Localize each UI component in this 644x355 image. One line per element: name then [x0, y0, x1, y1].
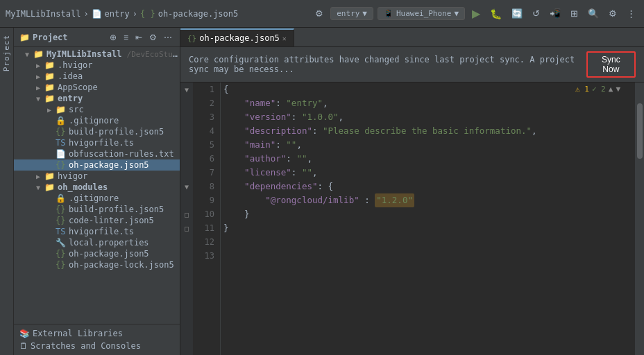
tab-close-btn[interactable]: ✕ [282, 35, 287, 42]
sidebar-settings-btn[interactable]: ⚙ [147, 32, 159, 43]
tree-item-hvigor2[interactable]: ▶ 📁 hvigor [14, 171, 180, 182]
tree-item-code-linter[interactable]: {} code-linter.json5 [14, 215, 180, 226]
tree-item-build-profile2[interactable]: {} build-profile.json5 [14, 204, 180, 215]
tree-item-gitignore1[interactable]: 🔒 .gitignore [14, 115, 180, 126]
tree-item-gitignore2[interactable]: 🔒 .gitignore [14, 193, 180, 204]
gutter-icons: ▼ ▼ □ □ [180, 83, 193, 355]
warning-indicator: ⚠ 1 [575, 83, 589, 96]
gutter-line7 [180, 166, 193, 180]
gear-button[interactable]: ⚙ [606, 7, 620, 20]
tree-item-entry[interactable]: ▼ 📁 entry [14, 93, 180, 104]
external-libs-item[interactable]: 📚 External Libraries [19, 327, 174, 340]
code-line-7: "license": "", [223, 166, 634, 180]
code-line-12 [223, 235, 634, 249]
code-line-5: "main": "", [223, 138, 634, 152]
line-num-4: 4 [193, 124, 220, 138]
run-button[interactable]: ▶ [469, 6, 483, 21]
tree-item-obfuscation[interactable]: 📄 obfuscation-rules.txt [14, 148, 180, 159]
code-line-2: "name": "entry", [223, 96, 634, 110]
search-button[interactable]: 🔍 [585, 7, 602, 20]
line-num-1: 1 [193, 83, 220, 96]
breadcrumb-sep1: › [83, 9, 88, 19]
breadcrumb-file-icon: 📄 [92, 9, 102, 19]
tree-item-oh-package-lock[interactable]: {} oh-package-lock.json5 [14, 259, 180, 270]
expand-btn[interactable]: ▼ [616, 83, 620, 96]
top-bar: MyIMLLibInstall › 📄 entry › { } oh-packa… [0, 0, 644, 28]
line-num-13: 13 [193, 249, 220, 263]
tree-item-root[interactable]: ▼ 📁 MyIMLLibInstall /DevEcoStu... [14, 49, 180, 60]
code-line-10: } [223, 207, 634, 221]
tree-item-src[interactable]: ▶ 📁 src [14, 104, 180, 115]
more-button[interactable]: ⋮ [624, 7, 638, 20]
external-libs-label: External Libraries [33, 329, 123, 338]
breadcrumb-file[interactable]: oh-package.json5 [158, 9, 239, 19]
debug-button[interactable]: 🐛 [487, 7, 505, 21]
check-indicator: ✓ 2 [592, 83, 606, 96]
line-num-12: 12 [193, 235, 220, 249]
project-tab-label[interactable]: Project [2, 35, 11, 71]
tree-item-hvigorfile2[interactable]: TS hvigorfile.ts [14, 226, 180, 237]
phone-icon: 📱 [384, 9, 393, 18]
entry-dropdown[interactable]: entry ▼ [330, 7, 373, 20]
sidebar: 📁 Project ⊕ ≡ ⇤ ⚙ ⋯ ▼ 📁 MyIMLLibInstall … [14, 28, 180, 355]
breadcrumb-sep2: › [133, 9, 137, 19]
breadcrumb-entry[interactable]: entry [105, 9, 130, 19]
fold-icon-10[interactable]: □ [185, 211, 189, 218]
fold-icon-8[interactable]: ▼ [185, 183, 189, 191]
line-num-5: 5 [193, 138, 220, 152]
sidebar-more-btn[interactable]: ⋯ [162, 32, 174, 43]
phone-dropdown[interactable]: 📱 Huawei_Phone ▼ [378, 7, 465, 20]
tree-item-idea[interactable]: ▶ 📁 .idea [14, 71, 180, 82]
code-line-8: "dependencies": { [223, 180, 634, 193]
line-num-2: 2 [193, 96, 220, 110]
gutter-line11: □ [180, 221, 193, 235]
breadcrumb-file-icon2: { } [140, 9, 155, 19]
sidebar-list-btn[interactable]: ≡ [121, 32, 130, 43]
code-line-4: "description": "Please describe the basi… [223, 124, 634, 138]
settings-icon-btn[interactable]: ⚙ [312, 7, 326, 20]
breadcrumb: MyIMLLibInstall › 📄 entry › { } oh-packa… [6, 9, 308, 19]
scratches-item[interactable]: 🗒 Scratches and Consoles [19, 340, 174, 352]
scrollbar[interactable] [634, 83, 644, 355]
tree-item-oh-package2[interactable]: {} oh-package.json5 [14, 248, 180, 259]
breadcrumb-project[interactable]: MyIMLLibInstall [6, 9, 80, 19]
tree-item-hvigorfile[interactable]: TS hvigorfile.ts [14, 137, 180, 148]
tree-item-build-profile[interactable]: {} build-profile.json5 [14, 126, 180, 137]
entry-label: entry [337, 9, 359, 18]
sync-now-button[interactable]: Sync Now [586, 51, 636, 78]
library-icon: 📚 [19, 329, 30, 338]
scroll-thumb[interactable] [637, 103, 643, 159]
sidebar-collapse-btn[interactable]: ⇤ [133, 32, 144, 43]
gutter-line2 [180, 96, 193, 110]
tree-item-oh-package[interactable]: {} oh-package.json5 [14, 159, 180, 171]
line-num-10: 10 [193, 207, 220, 221]
line-num-11: 11 [193, 221, 220, 235]
tree-item-hvigor[interactable]: ▶ 📁 .hvigor [14, 60, 180, 71]
code-editor: ▼ ▼ □ □ 1 [180, 83, 644, 355]
fold-icon-1[interactable]: ▼ [185, 86, 189, 94]
scratches-icon: 🗒 [19, 341, 28, 351]
file-tree: ▼ 📁 MyIMLLibInstall /DevEcoStu... ▶ 📁 .h… [14, 47, 180, 324]
tree-item-appscope[interactable]: ▶ 📁 AppScope [14, 82, 180, 93]
tree-item-oh-modules[interactable]: ▼ 📁 oh_modules [14, 182, 180, 193]
notification-bar: Core configuration attributes have chang… [180, 47, 644, 83]
tree-item-local-props[interactable]: 🔧 local.properties [14, 237, 180, 248]
code-content[interactable]: { ⚠ 1 ✓ 2 ▲ ▼ "name": "entry", "version"… [221, 83, 634, 355]
sidebar-add-btn[interactable]: ⊕ [108, 32, 119, 43]
gutter-line6 [180, 152, 193, 166]
reload-button[interactable]: 🔄 [509, 7, 525, 20]
fold-icon-11[interactable]: □ [185, 225, 189, 232]
toolbar-right: ⚙ entry ▼ 📱 Huawei_Phone ▼ ▶ 🐛 🔄 ↺ 📲 ⊞ 🔍… [312, 6, 638, 21]
gutter-line9 [180, 193, 193, 207]
sidebar-header: 📁 Project ⊕ ≡ ⇤ ⚙ ⋯ [14, 28, 180, 47]
device-manager-button[interactable]: 📲 [547, 7, 564, 20]
code-line-9: "@rongcloud/imlib" : "1.2.0" [223, 193, 634, 207]
tab-bar: {} oh-package.json5 ✕ [180, 28, 644, 47]
notification-text: Core configuration attributes have chang… [189, 55, 586, 74]
collapse-btn[interactable]: ▲ [609, 83, 613, 96]
refresh-button[interactable]: ↺ [529, 7, 543, 20]
grid-button[interactable]: ⊞ [568, 7, 581, 20]
line-numbers: 1 2 3 4 5 6 7 8 9 10 11 12 13 [193, 83, 221, 355]
sidebar-title: Project [33, 33, 105, 42]
tab-oh-package[interactable]: {} oh-package.json5 ✕ [180, 28, 294, 46]
